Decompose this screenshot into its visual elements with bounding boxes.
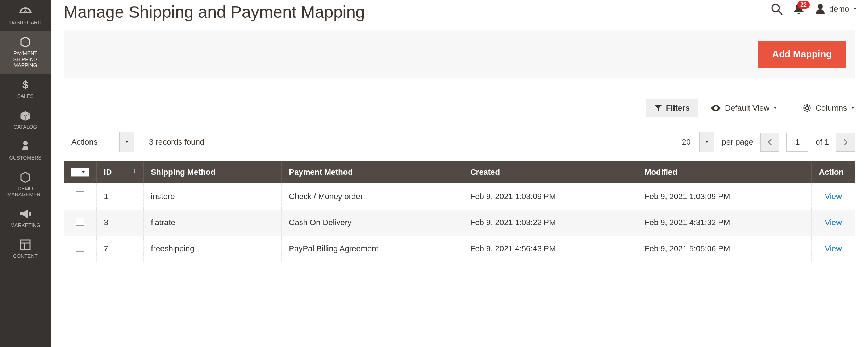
default-view-dropdown[interactable]: Default View bbox=[710, 103, 777, 113]
sort-indicator-icon: ↓ bbox=[133, 168, 136, 174]
caret-down-icon bbox=[853, 7, 857, 11]
view-link[interactable]: View bbox=[825, 244, 842, 253]
column-header-action[interactable]: Action bbox=[811, 161, 855, 183]
cell-id: 7 bbox=[96, 236, 143, 262]
cell-shipping: flatrate bbox=[143, 210, 281, 236]
per-page-value: 20 bbox=[673, 132, 699, 152]
sidebar-item-payment-shipping-mapping[interactable]: PAYMENT SHIPPING MAPPING bbox=[0, 31, 51, 74]
row-checkbox[interactable] bbox=[76, 191, 84, 199]
cell-id: 1 bbox=[96, 183, 143, 210]
select-all-checkbox[interactable] bbox=[71, 168, 89, 177]
columns-dropdown[interactable]: Columns bbox=[802, 103, 855, 113]
chevron-right-icon bbox=[843, 139, 848, 146]
page-actions-bar: Add Mapping bbox=[64, 30, 855, 78]
cell-shipping: instore bbox=[143, 183, 281, 210]
gear-icon bbox=[802, 103, 812, 113]
cell-shipping: freeshipping bbox=[143, 236, 281, 262]
caret-down-icon bbox=[773, 106, 777, 110]
hexagon-icon bbox=[20, 36, 31, 48]
cell-modified: Feb 9, 2021 4:31:32 PM bbox=[637, 210, 811, 236]
page-total-label: of 1 bbox=[815, 137, 829, 147]
add-mapping-button[interactable]: Add Mapping bbox=[758, 41, 846, 68]
per-page-selector[interactable]: 20 bbox=[673, 132, 714, 152]
grid-view-controls: Filters Default View Columns bbox=[64, 99, 855, 117]
main-content: 22 demo Manage Shipping and Payment Mapp… bbox=[51, 0, 868, 347]
table-row[interactable]: 7freeshippingPayPal Billing AgreementFeb… bbox=[64, 236, 855, 262]
notifications-icon[interactable]: 22 bbox=[793, 3, 805, 15]
sidebar-item-label: PAYMENT SHIPPING MAPPING bbox=[1, 50, 49, 69]
sidebar-item-label: DASHBOARD bbox=[9, 20, 42, 26]
svg-text:$: $ bbox=[22, 79, 29, 91]
column-header-id[interactable]: ID↓ bbox=[96, 161, 143, 183]
page-number-input[interactable]: 1 bbox=[786, 133, 808, 152]
layout-icon bbox=[20, 239, 31, 251]
sidebar-item-sales[interactable]: $ SALES bbox=[0, 74, 51, 104]
sidebar: DASHBOARD PAYMENT SHIPPING MAPPING $ SAL… bbox=[0, 0, 51, 347]
user-menu[interactable]: demo bbox=[815, 3, 857, 15]
svg-point-8 bbox=[806, 107, 809, 110]
user-label: demo bbox=[829, 4, 849, 14]
hexagon-icon bbox=[20, 171, 31, 183]
table-header-row: ID↓ Shipping Method Payment Method Creat… bbox=[64, 161, 855, 183]
filters-button[interactable]: Filters bbox=[646, 99, 698, 117]
table-row[interactable]: 3flatrateCash On DeliveryFeb 9, 2021 1:0… bbox=[64, 210, 855, 236]
column-header-created[interactable]: Created bbox=[463, 161, 637, 183]
row-checkbox[interactable] bbox=[76, 244, 84, 252]
actions-label: Actions bbox=[64, 132, 119, 152]
notifications-badge: 22 bbox=[797, 1, 810, 9]
svg-rect-2 bbox=[21, 240, 30, 249]
column-header-shipping[interactable]: Shipping Method bbox=[143, 161, 281, 183]
cell-payment: Cash On Delivery bbox=[281, 210, 463, 236]
cell-id: 3 bbox=[96, 210, 143, 236]
caret-down-icon bbox=[119, 132, 134, 152]
divider bbox=[790, 100, 790, 116]
sidebar-item-label: CONTENT bbox=[13, 253, 38, 259]
eye-icon bbox=[710, 104, 721, 112]
user-icon bbox=[815, 3, 826, 15]
sidebar-item-content[interactable]: CONTENT bbox=[0, 234, 51, 264]
table-row[interactable]: 1instoreCheck / Money orderFeb 9, 2021 1… bbox=[64, 183, 855, 210]
cell-modified: Feb 9, 2021 1:03:09 PM bbox=[637, 183, 811, 210]
caret-down-icon bbox=[851, 106, 855, 110]
actions-dropdown[interactable]: Actions bbox=[64, 132, 134, 152]
sidebar-item-label: SALES bbox=[17, 93, 33, 99]
sidebar-item-dashboard[interactable]: DASHBOARD bbox=[0, 0, 51, 31]
funnel-icon bbox=[654, 104, 662, 112]
mapping-table: ID↓ Shipping Method Payment Method Creat… bbox=[64, 161, 855, 262]
cell-created: Feb 9, 2021 1:03:09 PM bbox=[463, 183, 637, 210]
column-header-checkbox[interactable] bbox=[64, 161, 96, 183]
column-header-payment[interactable]: Payment Method bbox=[281, 161, 463, 183]
default-view-label: Default View bbox=[725, 103, 769, 113]
svg-point-5 bbox=[772, 4, 779, 12]
column-header-modified[interactable]: Modified bbox=[637, 161, 811, 183]
cell-created: Feb 9, 2021 1:03:22 PM bbox=[463, 210, 637, 236]
caret-down-icon bbox=[699, 132, 714, 152]
row-checkbox[interactable] bbox=[76, 218, 84, 226]
svg-point-1 bbox=[23, 141, 28, 145]
view-link[interactable]: View bbox=[825, 192, 842, 201]
cell-created: Feb 9, 2021 4:56:43 PM bbox=[463, 236, 637, 262]
chevron-left-icon bbox=[767, 139, 772, 146]
cell-payment: PayPal Billing Agreement bbox=[281, 236, 463, 262]
records-found-text: 3 records found bbox=[149, 137, 204, 147]
megaphone-icon bbox=[19, 208, 32, 220]
sidebar-item-demo-management[interactable]: DEMO MANAGEMENT bbox=[0, 166, 51, 203]
grid-pagination-bar: Actions 3 records found 20 per page 1 of… bbox=[64, 132, 855, 152]
gauge-icon bbox=[19, 5, 32, 17]
sidebar-item-customers[interactable]: CUSTOMERS bbox=[0, 135, 51, 166]
cell-payment: Check / Money order bbox=[281, 183, 463, 210]
search-icon[interactable] bbox=[771, 3, 783, 15]
sidebar-item-label: CATALOG bbox=[14, 124, 37, 130]
prev-page-button[interactable] bbox=[760, 133, 779, 152]
next-page-button[interactable] bbox=[836, 133, 855, 152]
sidebar-item-catalog[interactable]: CATALOG bbox=[0, 104, 51, 135]
sidebar-item-marketing[interactable]: MARKETING bbox=[0, 203, 51, 234]
sidebar-item-label: DEMO MANAGEMENT bbox=[1, 186, 49, 198]
per-page-label: per page bbox=[722, 137, 753, 147]
columns-label: Columns bbox=[815, 103, 847, 113]
svg-point-7 bbox=[818, 4, 823, 9]
view-link[interactable]: View bbox=[825, 218, 842, 227]
box-icon bbox=[19, 110, 32, 122]
dollar-icon: $ bbox=[22, 79, 29, 91]
sidebar-item-label: MARKETING bbox=[10, 222, 40, 228]
